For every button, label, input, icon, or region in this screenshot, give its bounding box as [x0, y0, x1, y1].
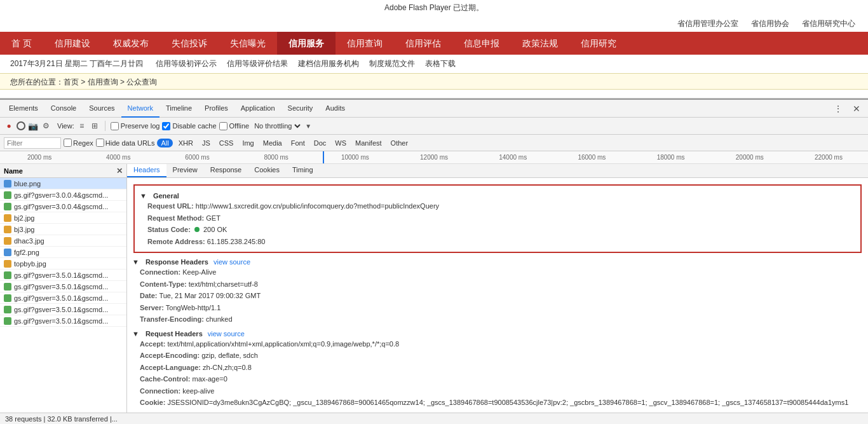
res-header-name-0: Connection: [140, 268, 180, 276]
panel-close-icon[interactable]: ✕ [116, 167, 123, 175]
headers-tab-response[interactable]: Response [204, 164, 248, 177]
disable-cache-input[interactable] [162, 122, 170, 130]
record-button[interactable]: ● [4, 121, 14, 131]
tab-sources[interactable]: Sources [83, 100, 121, 118]
offline-checkbox[interactable]: Offline [219, 122, 250, 130]
file-item-12[interactable]: gs.gif?gsver=3.5.0.1&gscmd... [0, 315, 126, 327]
nav-shixin-tousu[interactable]: 失信投诉 [160, 32, 219, 55]
nav-xinyong-fuwu[interactable]: 信用服务 [277, 32, 336, 55]
file-item-0[interactable]: blue.png [0, 178, 126, 189]
sub-link-3[interactable]: 制度规范文件 [369, 58, 415, 69]
filter-css[interactable]: CSS [216, 139, 237, 147]
tab-audits[interactable]: Audits [319, 100, 351, 118]
preserve-log-checkbox[interactable]: Preserve log [111, 122, 160, 130]
headers-tab-preview[interactable]: Preview [166, 164, 204, 177]
sub-link-2[interactable]: 建档信用服务机构 [298, 58, 359, 69]
sub-link-0[interactable]: 信用等级初评公示 [156, 58, 217, 69]
file-item-7[interactable]: topbyb.jpg [0, 258, 126, 270]
file-item-4[interactable]: bj3.jpg [0, 224, 126, 235]
top-link-3[interactable]: 省信用研究中心 [802, 18, 855, 29]
file-item-11[interactable]: gs.gif?gsver=3.5.0.1&gscmd... [0, 304, 126, 315]
file-item-1[interactable]: gs.gif?gsver=3.0.0.4&gscmd... [0, 189, 126, 201]
tab-elements[interactable]: Elements [3, 100, 44, 118]
file-item-2[interactable]: gs.gif?gsver=3.0.0.4&gscmd... [0, 201, 126, 212]
hide-data-urls-input[interactable] [96, 139, 104, 147]
file-item-6[interactable]: fgf2.png [0, 247, 126, 258]
nav-xinyong-yanjiu[interactable]: 信用研究 [569, 32, 628, 55]
file-name-2: gs.gif?gsver=3.0.0.4&gscmd... [14, 203, 108, 210]
response-view-source-link[interactable]: view source [214, 258, 250, 266]
file-item-10[interactable]: gs.gif?gsver=3.5.0.1&gscmd... [0, 292, 126, 304]
file-item-3[interactable]: bj2.jpg [0, 212, 126, 224]
file-item-8[interactable]: gs.gif?gsver=3.5.0.1&gscmd... [0, 270, 126, 281]
filter-img[interactable]: Img [239, 139, 257, 147]
regex-checkbox[interactable]: Regex [64, 139, 93, 147]
throttle-select[interactable]: No throttling [252, 121, 302, 130]
disable-cache-checkbox[interactable]: Disable cache [162, 122, 216, 130]
sub-link-1[interactable]: 信用等级评价结果 [227, 58, 288, 69]
headers-tab-headers[interactable]: Headers [127, 164, 166, 177]
tab-application[interactable]: Application [234, 100, 281, 118]
headers-tab-cookies[interactable]: Cookies [248, 164, 286, 177]
devtools-more-icon[interactable]: ⋮ [831, 102, 845, 115]
clear-button[interactable] [17, 121, 25, 130]
res-header-3: Server: TongWeb-http/1.1 [140, 303, 863, 313]
general-toggle[interactable]: ▼ [140, 192, 147, 200]
view-list-icon[interactable]: ≡ [77, 121, 87, 131]
tl-8: 18000 ms [632, 154, 710, 161]
response-headers-toggle[interactable]: ▼ [132, 258, 139, 266]
hide-data-urls-checkbox[interactable]: Hide data URLs [96, 139, 155, 147]
file-item-5[interactable]: dhac3.jpg [0, 235, 126, 247]
capture-screenshot-button[interactable]: 📷 [28, 121, 38, 131]
status-code-row: Status Code: 200 OK [147, 224, 855, 235]
request-view-source-link[interactable]: view source [208, 330, 245, 338]
sub-link-4[interactable]: 表格下载 [425, 58, 456, 69]
filter-all-button[interactable]: All [157, 139, 172, 147]
res-header-name-4: Transfer-Encoding: [140, 315, 204, 323]
filter-other[interactable]: Other [388, 139, 412, 147]
filter-manifest[interactable]: Manifest [352, 139, 385, 147]
throttle-dropdown-icon[interactable]: ▼ [305, 123, 311, 130]
nav-xinyong-pinggu[interactable]: 信用评估 [394, 32, 452, 55]
file-item-9[interactable]: gs.gif?gsver=3.5.0.1&gscmd... [0, 281, 126, 292]
filter-ws[interactable]: WS [332, 139, 349, 147]
tab-network[interactable]: Network [121, 100, 159, 118]
filter-doc[interactable]: Doc [311, 139, 330, 147]
filter-font[interactable]: Font [288, 139, 308, 147]
tab-timeline[interactable]: Timeline [159, 100, 198, 118]
filter-js[interactable]: JS [199, 139, 214, 147]
req-header-name-1: Accept-Encoding: [140, 352, 200, 359]
view-waterfall-icon[interactable]: ⊞ [90, 121, 100, 131]
headers-tab-timing[interactable]: Timing [286, 164, 320, 177]
tab-console[interactable]: Console [44, 100, 83, 118]
top-link-1[interactable]: 省信用管理办公室 [677, 18, 738, 29]
nav-zhengce-fagui[interactable]: 政策法规 [511, 32, 569, 55]
file-icon-2 [4, 203, 11, 210]
file-icon-8 [4, 271, 11, 279]
top-link-2[interactable]: 省信用协会 [751, 18, 789, 29]
nav-xinyon-jianshe[interactable]: 信用建设 [43, 32, 102, 55]
filter-button[interactable]: ⚙ [41, 121, 51, 131]
nav-xinyong-chaxun[interactable]: 信用查询 [336, 32, 394, 55]
nav-home[interactable]: 首 页 [0, 32, 43, 55]
website-area: Adobe Flash Player 已过期。 省信用管理办公室 省信用协会 省… [0, 0, 868, 99]
file-icon-0 [4, 180, 11, 188]
file-list[interactable]: blue.png gs.gif?gsver=3.0.0.4&gscmd... g… [0, 178, 126, 413]
tab-security[interactable]: Security [281, 100, 320, 118]
regex-input[interactable] [64, 139, 72, 147]
filter-xhr[interactable]: XHR [175, 139, 196, 147]
nav-quanwei-fabu[interactable]: 权威发布 [102, 32, 160, 55]
offline-input[interactable] [219, 122, 227, 130]
filter-input[interactable] [4, 137, 61, 149]
breadcrumb: 您所在的位置：首页 > 信用查询 > 公众查询 [0, 73, 868, 90]
nav-xinxi-shenbao[interactable]: 信息申报 [452, 32, 511, 55]
tab-profiles[interactable]: Profiles [198, 100, 234, 118]
request-headers-toggle[interactable]: ▼ [132, 330, 139, 338]
request-url-label: Request URL: [147, 202, 194, 210]
devtools-close-icon[interactable]: ✕ [850, 102, 863, 115]
file-name-3: bj2.jpg [14, 214, 34, 222]
status-green-dot [194, 227, 200, 232]
nav-shixin-baoguang[interactable]: 失信曝光 [219, 32, 277, 55]
filter-media[interactable]: Media [260, 139, 285, 147]
preserve-log-input[interactable] [111, 122, 119, 130]
